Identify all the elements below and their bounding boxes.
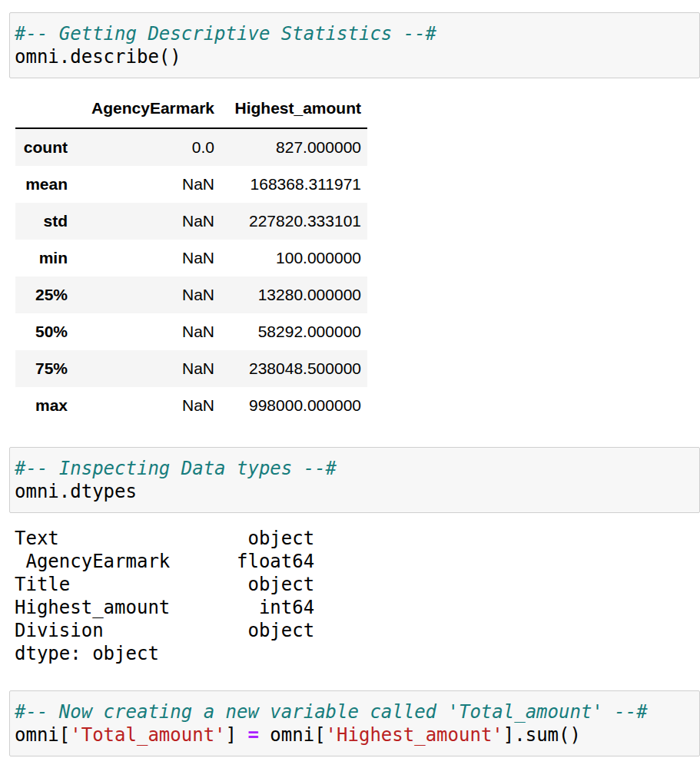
row-label: max: [15, 387, 74, 424]
code-cell-total-amount[interactable]: #-- Now creating a new variable called '…: [9, 690, 700, 756]
code-cell-describe[interactable]: #-- Getting Descriptive Statistics --# o…: [9, 12, 700, 78]
describe-output-table: AgencyEarmarkHighest_amount count0.0827.…: [15, 89, 367, 424]
table-row: stdNaN227820.333101: [15, 203, 367, 240]
table-cell: 227820.333101: [221, 203, 367, 240]
code-token-code: omni.dtypes: [15, 481, 137, 502]
table-cell: NaN: [74, 166, 221, 203]
code-token-comment: #-- Now creating a new variable called '…: [15, 701, 648, 723]
table-row: minNaN100.000000: [15, 240, 367, 276]
code-token-comment: #-- Getting Descriptive Statistics --#: [15, 23, 436, 45]
table-row: 50%NaN58292.000000: [15, 313, 367, 350]
code-cell-dtypes[interactable]: #-- Inspecting Data types --# omni.dtype…: [9, 447, 700, 513]
row-label: 25%: [15, 276, 74, 313]
code-token-code: omni[: [15, 724, 70, 746]
code-token-string: 'Highest_amount': [326, 724, 503, 746]
table-cell: 100.000000: [221, 240, 367, 276]
table-row: 25%NaN13280.000000: [15, 276, 367, 313]
table-row: maxNaN998000.000000: [15, 387, 367, 424]
table-cell: 827.000000: [221, 128, 367, 166]
table-row: 75%NaN238048.500000: [15, 350, 367, 387]
code-token-code: omni[: [259, 724, 326, 746]
table-row: meanNaN168368.311971: [15, 166, 367, 203]
table-cell: 0.0: [74, 128, 221, 166]
code-token-code: ].sum(): [503, 724, 581, 746]
row-label: mean: [15, 166, 74, 203]
row-label: std: [15, 203, 74, 240]
code-token-code: omni.describe(): [15, 46, 181, 68]
row-label: 50%: [15, 313, 74, 350]
table-cell: NaN: [74, 240, 221, 276]
table-cell: 998000.000000: [221, 387, 367, 424]
table-cell: 168368.311971: [221, 166, 367, 203]
table-cell: NaN: [74, 203, 221, 240]
describe-table-header: AgencyEarmarkHighest_amount: [15, 89, 367, 128]
dtypes-output-text: Text object AgencyEarmark float64 Title …: [15, 527, 700, 665]
column-header: Highest_amount: [221, 89, 367, 128]
table-cell: 238048.500000: [221, 350, 367, 387]
table-cell: 58292.000000: [221, 313, 367, 350]
row-label: 75%: [15, 350, 74, 387]
code-token-operator: =: [247, 724, 258, 746]
table-cell: NaN: [74, 276, 221, 313]
describe-table-body: count0.0827.000000meanNaN168368.311971st…: [15, 128, 367, 424]
code-token-code: ]: [226, 724, 248, 746]
table-cell: NaN: [74, 387, 221, 424]
corner-header: [15, 89, 74, 128]
code-token-comment: #-- Inspecting Data types --#: [15, 458, 337, 479]
table-cell: 13280.000000: [221, 276, 367, 313]
row-label: min: [15, 240, 74, 276]
table-cell: NaN: [74, 313, 221, 350]
table-cell: NaN: [74, 350, 221, 387]
code-token-string: 'Total_amount': [70, 724, 225, 746]
column-header: AgencyEarmark: [74, 89, 221, 128]
table-row: count0.0827.000000: [15, 128, 367, 166]
row-label: count: [15, 128, 74, 166]
